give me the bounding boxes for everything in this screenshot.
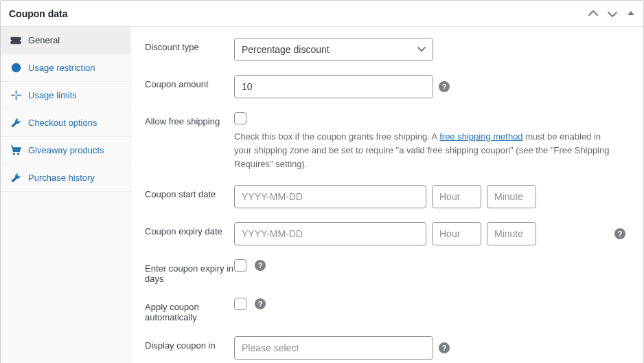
field-apply-auto: Apply coupon automatically ? bbox=[131, 291, 643, 329]
discount-type-select[interactable]: Percentage discount bbox=[234, 38, 433, 61]
field-start-date: Coupon start date bbox=[131, 178, 643, 215]
free-shipping-link[interactable]: free shipping method bbox=[439, 131, 522, 142]
tab-usage-limits[interactable]: Usage limits bbox=[1, 82, 130, 109]
panel-body: General Usage restriction Usage limits C… bbox=[1, 27, 643, 363]
tab-checkout-options[interactable]: Checkout options bbox=[1, 109, 130, 137]
start-minute-input[interactable] bbox=[487, 185, 536, 208]
ticket-icon bbox=[10, 36, 21, 45]
panel-header: Coupon data bbox=[1, 1, 643, 27]
move-down-icon[interactable] bbox=[608, 9, 617, 19]
tabs-sidebar: General Usage restriction Usage limits C… bbox=[1, 27, 131, 363]
tab-label: General bbox=[28, 35, 60, 45]
field-coupon-amount: Coupon amount ? bbox=[131, 68, 643, 105]
display-in-select[interactable] bbox=[234, 336, 433, 360]
help-icon[interactable]: ? bbox=[255, 260, 266, 271]
tab-usage-restriction[interactable]: Usage restriction bbox=[1, 54, 130, 82]
expiry-hour-input[interactable] bbox=[432, 222, 481, 245]
svg-point-3 bbox=[17, 153, 19, 155]
wrench-icon bbox=[10, 118, 21, 128]
tab-label: Giveaway products bbox=[28, 145, 104, 155]
help-icon[interactable]: ? bbox=[439, 342, 450, 353]
panel-title: Coupon data bbox=[9, 8, 68, 19]
label-apply-auto: Apply coupon automatically bbox=[145, 298, 234, 322]
help-icon[interactable]: ? bbox=[614, 228, 625, 239]
tab-label: Purchase history bbox=[28, 173, 95, 183]
tab-label: Usage limits bbox=[28, 90, 77, 100]
tab-giveaway-products[interactable]: Giveaway products bbox=[1, 137, 130, 164]
label-coupon-amount: Coupon amount bbox=[145, 75, 234, 89]
svg-point-2 bbox=[13, 153, 14, 155]
move-up-icon[interactable] bbox=[588, 9, 598, 19]
label-expiry-days: Enter coupon expiry in days bbox=[145, 259, 234, 284]
start-hour-input[interactable] bbox=[432, 185, 481, 208]
label-expiry-date: Coupon expiry date bbox=[145, 222, 234, 236]
expiry-minute-input[interactable] bbox=[487, 222, 536, 245]
tab-purchase-history[interactable]: Purchase history bbox=[1, 164, 130, 192]
field-display-in: Display coupon in ? bbox=[131, 329, 643, 363]
tab-general[interactable]: General bbox=[1, 27, 130, 54]
field-expiry-date: Coupon expiry date ? bbox=[131, 215, 643, 252]
tab-content-general: Discount type Percentage discount Coupon… bbox=[131, 27, 643, 363]
field-expiry-days: Enter coupon expiry in days ? bbox=[131, 252, 643, 291]
coupon-amount-input[interactable] bbox=[234, 75, 433, 98]
free-shipping-help: Check this box if the coupon grants free… bbox=[234, 130, 619, 171]
collapse-toggle-icon[interactable] bbox=[627, 9, 635, 19]
limits-icon bbox=[10, 90, 21, 100]
label-free-shipping: Allow free shipping bbox=[145, 112, 234, 126]
label-display-in: Display coupon in bbox=[145, 336, 234, 351]
field-discount-type: Discount type Percentage discount bbox=[131, 31, 643, 68]
panel-controls bbox=[588, 9, 635, 19]
coupon-data-panel: Coupon data General Usage restriction bbox=[0, 0, 644, 363]
tab-label: Usage restriction bbox=[28, 63, 95, 73]
tab-label: Checkout options bbox=[28, 118, 97, 128]
label-start-date: Coupon start date bbox=[145, 185, 234, 199]
wrench-icon bbox=[10, 173, 21, 183]
start-date-input[interactable] bbox=[234, 185, 426, 208]
cart-icon bbox=[10, 145, 21, 155]
expiry-date-input[interactable] bbox=[234, 222, 426, 245]
free-shipping-checkbox[interactable] bbox=[234, 112, 246, 124]
help-icon[interactable]: ? bbox=[439, 81, 450, 92]
help-icon[interactable]: ? bbox=[255, 298, 266, 309]
block-icon bbox=[10, 63, 21, 73]
label-discount-type: Discount type bbox=[145, 38, 234, 52]
apply-auto-checkbox[interactable] bbox=[234, 298, 246, 310]
expiry-days-checkbox[interactable] bbox=[234, 259, 246, 272]
field-free-shipping: Allow free shipping Check this box if th… bbox=[131, 105, 643, 178]
